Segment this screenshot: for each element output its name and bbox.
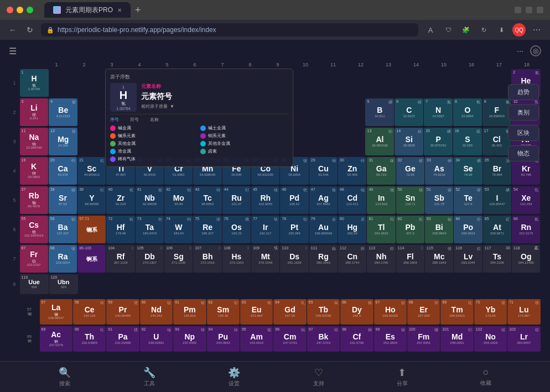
element-Cu[interactable]: 29铜Cu63.546	[309, 157, 338, 185]
hamburger-menu[interactable]: ☰	[9, 46, 17, 56]
new-tab-button[interactable]: +	[135, 5, 141, 15]
element-Th[interactable]: 90钍Th232.03806	[73, 326, 106, 352]
shield-icon[interactable]: 🛡	[442, 23, 455, 36]
nav-search[interactable]: 🔍 搜索	[59, 367, 71, 388]
element-Cd[interactable]: 48镉Cd112.411	[338, 186, 366, 214]
element-Nh[interactable]: 113鉨Nh284.1780	[367, 245, 395, 273]
element-Db[interactable]: 105𬭊Db270.1307	[136, 245, 164, 273]
element-La-placeholder[interactable]: 57-71镧系	[77, 216, 106, 243]
element-La[interactable]: 57La镧138.90547	[40, 299, 72, 325]
element-Gd[interactable]: 64钆Gd157.25	[273, 299, 306, 325]
element-W[interactable]: 74钨W183.84	[164, 216, 193, 243]
settings-circle-icon[interactable]: ◎	[530, 45, 541, 56]
difference-button[interactable]: 奥别	[508, 104, 539, 121]
element-Ga[interactable]: 31镓Ga69.723	[367, 157, 395, 185]
element-Mo[interactable]: 42钼Mo95.94	[164, 186, 193, 214]
element-F[interactable]: 9 氟 F 18.998403	[482, 98, 511, 126]
element-Pb[interactable]: 82铅Pb207.2	[396, 216, 424, 243]
element-Rf[interactable]: 104𬬻Rf267.1218	[106, 245, 134, 273]
element-Ru[interactable]: 44钌Ru101.07	[222, 186, 251, 214]
element-Md[interactable]: 101钔Md258.0951	[440, 326, 473, 352]
element-B[interactable]: 5 硼 B 10.811	[365, 98, 394, 126]
element-Sn[interactable]: 50锡Sn118.71	[396, 186, 424, 214]
element-Eu[interactable]: 63铕Eu151.964	[240, 299, 273, 325]
trend-button[interactable]: 趋势	[508, 84, 539, 100]
refresh-icon2[interactable]: ↻	[477, 23, 490, 36]
element-Sg[interactable]: 106𬭳Sg271.1335	[164, 245, 193, 273]
element-Lu[interactable]: 71镥Lu174.967	[507, 299, 540, 325]
element-Ir[interactable]: 77铱Ir192.217	[251, 216, 279, 243]
element-Pa[interactable]: 91镤Pa231.03588	[106, 326, 139, 352]
element-Ra[interactable]: 88镭Ra226.0254	[49, 245, 77, 273]
download-icon[interactable]: ⬇	[495, 23, 508, 36]
element-H[interactable]: 1 H 氢 1.00794	[20, 69, 49, 97]
element-Pt[interactable]: 78铂Pt195.084	[280, 216, 308, 243]
element-Fl[interactable]: 114𫓧Fl289.1904	[396, 245, 424, 273]
element-Rb[interactable]: 37Rb铷85.4678	[20, 186, 48, 214]
element-Fr[interactable]: 87Fr钫223.0197	[20, 245, 48, 273]
element-Ag[interactable]: 47银Ag107.8682	[309, 186, 338, 214]
element-Rh[interactable]: 45铑Rh102.9055	[251, 186, 279, 214]
element-I[interactable]: 53碘I126.90447	[483, 186, 511, 214]
element-Ca[interactable]: 20 钙 Ca 40.078	[49, 157, 77, 185]
element-In[interactable]: 49铟In114.818	[367, 186, 395, 214]
element-Na[interactable]: 11 Na 钠 22.989769	[20, 128, 49, 155]
element-Ce[interactable]: 58铈Ce140.116	[73, 299, 106, 325]
element-Be[interactable]: 4 铍 Be 9.012182	[49, 98, 77, 126]
nav-support[interactable]: ♡ 支持	[313, 367, 324, 388]
element-Ta[interactable]: 73钽Ta180.9479	[136, 216, 164, 243]
element-Nd[interactable]: 60钕Nd144.242	[140, 299, 173, 325]
element-Hf[interactable]: 72铪Hf178.49	[106, 216, 134, 243]
legend-dropdown-icon[interactable]: ▼	[170, 104, 174, 109]
element-Pr[interactable]: 59镨Pr140.90465	[106, 299, 139, 325]
element-Lv[interactable]: 116鉝Lv293.2044	[454, 245, 482, 273]
element-P[interactable]: 15 磷 P 30.973762	[424, 128, 453, 155]
element-K[interactable]: 19 K 钾 39.0983	[20, 157, 48, 185]
element-No[interactable]: 102锘No259.1009	[474, 326, 507, 352]
maximize-button[interactable]	[27, 7, 33, 13]
element-Ts[interactable]: 117鿬Ts294.2106	[483, 245, 511, 273]
element-Pd[interactable]: 46钯Pd106.42	[280, 186, 308, 214]
element-Y[interactable]: 39钇Y88.90585	[77, 186, 106, 214]
nav-tools[interactable]: 🔧 工具	[143, 367, 155, 388]
legend-sym-tab[interactable]: 符号	[130, 117, 139, 123]
nav-favorites[interactable]: ○ 收藏	[480, 367, 491, 387]
element-Os[interactable]: 76锇Os190.23	[222, 216, 251, 243]
translate-icon[interactable]: A	[424, 23, 437, 36]
element-Al[interactable]: 13 铝 Al 26.981538	[365, 128, 394, 155]
element-Dy[interactable]: 66镝Dy162.5	[340, 299, 373, 325]
element-Zr[interactable]: 40锆Zr91.224	[106, 186, 134, 214]
element-Bh[interactable]: 107𬭛Bh272.1516	[193, 245, 221, 273]
element-Mt[interactable]: 109鿏Mt276.1548	[251, 245, 279, 273]
element-Se[interactable]: 34硒Se78.96	[454, 157, 482, 185]
element-Re[interactable]: 75铼Re186.207	[193, 216, 221, 243]
element-Rg[interactable]: 111錀Rg280.1643	[309, 245, 338, 273]
element-Xe[interactable]: 54氙Xe131.293	[512, 186, 540, 214]
more-icon[interactable]: ⋯	[530, 23, 543, 36]
close-button[interactable]	[7, 7, 13, 13]
element-Pm[interactable]: 61钷Pm146.919	[173, 299, 206, 325]
element-Ac[interactable]: 89Ac锕227.0278	[40, 326, 72, 352]
element-Ds[interactable]: 110𫟼Ds281.1626	[280, 245, 308, 273]
element-Np[interactable]: 93镎Np237.0482	[173, 326, 206, 352]
element-Li[interactable]: 3 Li 锂 6.941	[20, 98, 49, 126]
element-Cm[interactable]: 96锔Cm247.0703	[273, 326, 306, 352]
element-S[interactable]: 16 硫 S 32.065	[453, 128, 482, 155]
element-O[interactable]: 8 氧 O 15.9994	[453, 98, 482, 126]
element-Og[interactable]: 118鿫Og294.21456	[512, 245, 540, 273]
element-Er[interactable]: 68铒Er167.259	[407, 299, 440, 325]
element-Tl[interactable]: 81铊Tl204.3833	[367, 216, 395, 243]
element-Hg[interactable]: 80汞Hg200.59	[338, 216, 366, 243]
element-Cs[interactable]: 55Cs铯132.9054519	[20, 216, 48, 243]
extensions-icon[interactable]: 🧩	[459, 23, 473, 36]
active-tab[interactable]: 元素周期表PRO ✕	[44, 2, 131, 18]
element-Sb[interactable]: 51锑Sb121.76	[425, 186, 453, 214]
element-Zn[interactable]: 30锌Zn65.409	[338, 157, 366, 185]
element-Uue[interactable]: 119Uue316	[20, 274, 49, 294]
legend-seq-tab[interactable]: 序号	[110, 117, 119, 123]
nav-share[interactable]: ⬆ 分享	[397, 367, 408, 388]
element-At[interactable]: 85砹At209.9871	[483, 216, 511, 243]
back-button[interactable]: ←	[7, 24, 19, 35]
element-Yb[interactable]: 70镱Yb173.04	[474, 299, 507, 325]
element-Ho[interactable]: 67钬Ho164.93032	[374, 299, 407, 325]
